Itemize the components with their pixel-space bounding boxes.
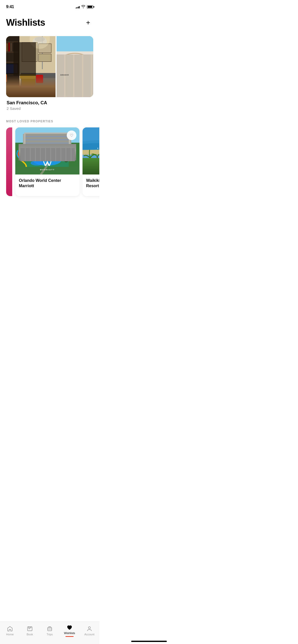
svg-rect-66 xyxy=(25,134,69,136)
marriott-logo-orlando: MARRIOTT xyxy=(40,160,55,171)
page-title: Wishlists xyxy=(6,17,45,28)
svg-rect-22 xyxy=(22,42,37,62)
add-wishlist-button[interactable]: + xyxy=(83,18,93,28)
svg-rect-30 xyxy=(24,74,32,83)
section-header-most-loved: MOST LOVED PROPERTIES xyxy=(0,117,99,127)
svg-rect-56 xyxy=(58,81,91,85)
wishlist-images: ADAGIO xyxy=(6,36,93,97)
svg-rect-2 xyxy=(6,41,18,43)
property-info-orlando: Orlando World Center Marriott xyxy=(15,174,79,193)
svg-rect-79 xyxy=(83,150,99,155)
svg-rect-33 xyxy=(20,74,36,79)
property-name-waikiki: Waikiki Beach Marriott Resort & Spa xyxy=(86,178,99,189)
heart-icon-orlando: ♡ xyxy=(70,133,73,138)
svg-text:ADAGIO: ADAGIO xyxy=(69,82,81,85)
main-content: Wishlists + xyxy=(0,12,99,222)
svg-rect-43 xyxy=(79,59,86,68)
property-image-waikiki: ♡ MARRIOTT xyxy=(83,127,99,174)
svg-rect-31 xyxy=(36,75,43,83)
property-image-orlando: ♡ MARRIOTT xyxy=(15,127,79,174)
svg-rect-53 xyxy=(88,72,93,79)
svg-rect-92 xyxy=(83,167,99,174)
svg-rect-45 xyxy=(57,69,93,71)
svg-rect-69 xyxy=(25,144,69,146)
svg-point-73 xyxy=(66,155,72,161)
partial-card-left xyxy=(6,127,12,196)
svg-line-85 xyxy=(88,158,90,174)
page-header: Wishlists + xyxy=(0,12,99,32)
svg-rect-51 xyxy=(69,72,76,79)
properties-row: ♡ MARRIOTT Orlando World Center Marriott xyxy=(0,127,99,196)
property-name-orlando: Orlando World Center Marriott xyxy=(19,178,76,189)
section-title-most-loved: MOST LOVED PROPERTIES xyxy=(6,120,53,123)
svg-point-84 xyxy=(97,148,98,149)
wishlist-image-right: ADAGIO xyxy=(57,36,93,97)
wishlist-info: San Francisco, CA 2 Saved xyxy=(6,100,93,111)
hotel-interior-image xyxy=(6,36,56,97)
heart-button-orlando[interactable]: ♡ xyxy=(67,130,76,140)
svg-rect-3 xyxy=(6,51,18,53)
svg-rect-42 xyxy=(69,59,76,68)
svg-point-75 xyxy=(64,158,69,162)
svg-rect-15 xyxy=(6,75,7,82)
status-bar: 9:41 xyxy=(0,0,99,12)
property-card-waikiki[interactable]: ♡ MARRIOTT Waikiki Beach Marriott Resort… xyxy=(83,127,99,196)
svg-rect-27 xyxy=(39,54,51,61)
marriott-brand-orlando: MARRIOTT xyxy=(40,169,55,171)
property-info-waikiki: Waikiki Beach Marriott Resort & Spa xyxy=(83,174,99,193)
svg-rect-52 xyxy=(79,72,86,79)
status-time: 9:41 xyxy=(6,5,14,9)
svg-rect-11 xyxy=(8,42,10,51)
svg-rect-68 xyxy=(25,140,69,142)
battery-icon xyxy=(87,5,93,9)
svg-rect-4 xyxy=(6,62,18,63)
wishlist-card-san-francisco[interactable]: ADAGIO San Francisco, CA 2 Saved xyxy=(6,36,93,111)
property-card-orlando[interactable]: ♡ MARRIOTT Orlando World Center Marriott xyxy=(15,127,79,196)
waikiki-aerial-image xyxy=(83,127,99,174)
wishlist-saved-count: 2 Saved xyxy=(7,106,93,111)
svg-rect-41 xyxy=(58,59,65,68)
svg-rect-60 xyxy=(79,95,88,97)
svg-point-74 xyxy=(70,157,75,162)
svg-point-59 xyxy=(79,94,88,97)
svg-rect-35 xyxy=(22,87,54,89)
svg-rect-40 xyxy=(57,51,93,97)
svg-rect-32 xyxy=(21,76,35,88)
svg-rect-34 xyxy=(21,88,55,97)
wifi-icon xyxy=(81,5,85,9)
svg-line-86 xyxy=(95,157,97,174)
svg-rect-10 xyxy=(6,43,8,51)
hotel-exterior-image: ADAGIO xyxy=(57,36,93,97)
svg-point-46 xyxy=(61,68,63,71)
svg-rect-36 xyxy=(6,86,56,97)
status-icons xyxy=(76,5,93,9)
plus-icon: + xyxy=(86,19,90,26)
svg-rect-23 xyxy=(23,43,36,61)
svg-point-48 xyxy=(79,68,81,71)
svg-rect-28 xyxy=(21,76,56,90)
wishlist-name: San Francisco, CA xyxy=(7,100,93,106)
svg-rect-55 xyxy=(57,81,93,81)
svg-point-47 xyxy=(70,68,72,71)
svg-rect-44 xyxy=(88,59,93,68)
svg-rect-50 xyxy=(58,72,65,79)
svg-point-49 xyxy=(86,68,89,71)
signal-icon xyxy=(76,5,80,8)
svg-rect-67 xyxy=(25,137,69,139)
svg-rect-54 xyxy=(57,80,93,82)
svg-point-37 xyxy=(19,87,56,95)
svg-rect-7 xyxy=(6,64,18,73)
svg-rect-12 xyxy=(10,43,12,51)
wishlist-image-left xyxy=(6,36,56,97)
